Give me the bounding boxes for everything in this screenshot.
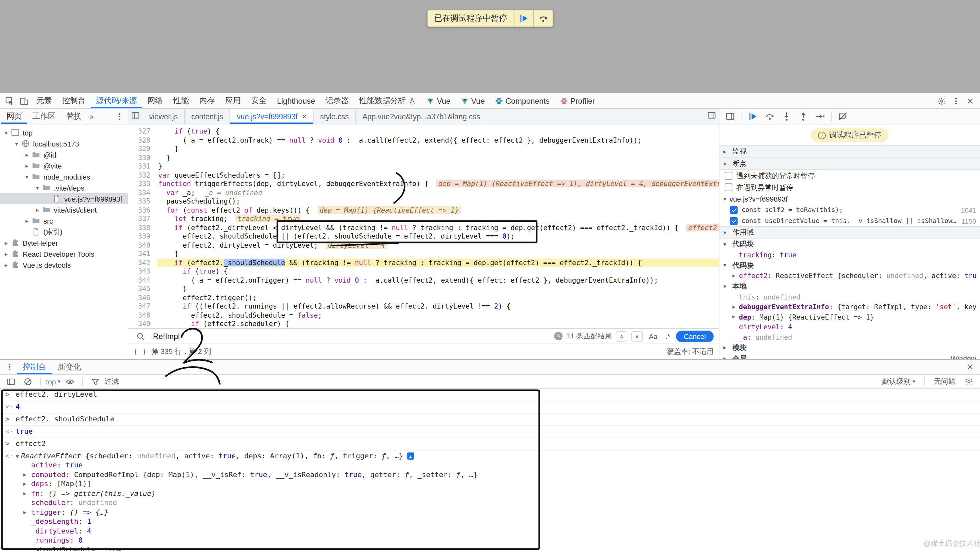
line-number[interactable]: 348 — [128, 311, 157, 320]
navigator-tab-workspace[interactable]: 工作区 — [27, 109, 61, 124]
dock-side-icon[interactable] — [722, 110, 738, 123]
chevron-down-icon[interactable]: ▾ — [23, 174, 30, 180]
step-into-icon[interactable] — [778, 110, 794, 123]
find-input[interactable] — [152, 331, 550, 341]
navigator-more-icon[interactable] — [112, 110, 126, 123]
line-number[interactable]: 332 — [128, 171, 157, 180]
close-devtools-icon[interactable] — [963, 94, 977, 107]
chevron-right-icon[interactable]: ▶ — [23, 480, 31, 489]
code-text[interactable]: if (true) { — [157, 127, 719, 136]
tree-item-1[interactable]: ▾localhost:5173 — [0, 138, 128, 149]
tab-console[interactable]: 控制台 — [17, 360, 52, 374]
devtools-tab-memory[interactable]: 内存 — [194, 93, 220, 108]
tree-item-5[interactable]: ▾.vite/deps — [0, 182, 128, 193]
file-tab-3[interactable]: style.css — [314, 109, 356, 124]
step-out-icon[interactable] — [795, 110, 811, 123]
chevron-down-icon[interactable]: ▾ — [34, 185, 41, 191]
devtools-tab-elements[interactable]: 元素 — [31, 93, 57, 108]
pause-on-caught-checkbox-row[interactable]: 在遇到异常时暂停 — [719, 182, 980, 193]
code-text[interactable]: if ((!effect2._runnings || effect2.allow… — [157, 302, 719, 311]
tree-item-6[interactable]: vue.js?v=f699893f — [0, 193, 128, 204]
checkbox-unchecked[interactable] — [725, 183, 732, 191]
chevron-right-icon[interactable]: ▸ — [3, 250, 10, 257]
tree-item-0[interactable]: ▾top — [0, 127, 128, 138]
line-number[interactable]: 333 — [128, 180, 157, 188]
chevron-right-icon[interactable]: ▸ — [23, 218, 30, 224]
code-text[interactable]: } — [157, 250, 719, 258]
code-text[interactable]: if (effect2.scheduler) { — [157, 320, 719, 328]
code-text[interactable]: effect2._dirtyLevel = dirtyLevel;dirtyLe… — [157, 241, 719, 250]
tree-item-2[interactable]: ▸@id — [0, 149, 128, 160]
object-preview[interactable]: ▼ReactiveEffect {scheduler: undefined, a… — [16, 452, 975, 461]
code-text[interactable]: effect2._shouldSchedule = false; — [157, 311, 719, 320]
devtools-tab-vue-1[interactable]: Vue — [421, 93, 456, 108]
object-property-1[interactable]: ▶computed: ComputedRefImpl {dep: Map(1),… — [23, 470, 975, 480]
code-text[interactable]: var _a;_a = undefined — [157, 188, 719, 197]
console-settings-icon[interactable] — [962, 375, 976, 388]
scope-variable-1-0[interactable]: ▶effect2: ReactiveEffect {scheduler: und… — [719, 271, 980, 281]
line-number[interactable]: 346 — [128, 293, 157, 302]
scope-group-3[interactable]: ▸模块 — [719, 342, 980, 353]
checkbox-checked[interactable] — [730, 217, 738, 225]
context-selector[interactable]: top▾ — [46, 377, 60, 385]
code-text[interactable]: if (effect2._dirtyLevel < dirtyLevel && … — [157, 223, 719, 232]
pause-on-uncaught-checkbox-row[interactable]: 遇到未捕获的异常时暂停 — [719, 170, 980, 182]
resume-script-button[interactable] — [514, 10, 533, 27]
step-over-icon[interactable] — [762, 110, 777, 123]
watch-section-header[interactable]: ▸ 监视 — [719, 145, 980, 158]
breakpoints-section-header[interactable]: ▾ 断点 — [719, 158, 980, 170]
chevron-right-icon[interactable]: ▸ — [23, 162, 30, 169]
scope-section-header[interactable]: ▾ 作用域 — [719, 226, 980, 239]
line-number[interactable]: 331 — [128, 162, 157, 171]
chevron-right-icon[interactable]: ▶ — [732, 314, 739, 320]
log-levels-dropdown[interactable]: 默认级别▾ — [882, 377, 915, 386]
pretty-print-icon[interactable]: { } — [134, 347, 146, 356]
file-tab-0[interactable]: viewer.js — [143, 109, 185, 124]
devtools-tab-network[interactable]: 网络 — [142, 93, 168, 108]
navigator-tab-page[interactable]: 网页 — [1, 109, 27, 124]
scope-group-0[interactable]: ▾代码块 — [719, 239, 980, 250]
drawer-menu-icon[interactable] — [3, 360, 17, 373]
match-case-toggle[interactable]: Aa — [647, 332, 660, 340]
devtools-tab-components[interactable]: Components — [490, 93, 555, 108]
code-text[interactable]: } — [157, 285, 719, 293]
info-icon[interactable]: i — [407, 452, 414, 460]
toggle-debugger-sidebar-icon[interactable] — [705, 109, 719, 122]
code-text[interactable]: (_a = effect2.onTrack) == null ? void 0 … — [157, 136, 719, 145]
code-text[interactable]: for (const effect2 of dep.keys()) {dep =… — [157, 206, 719, 215]
devtools-tab-console[interactable]: 控制台 — [57, 93, 91, 108]
line-number[interactable]: 343 — [128, 267, 157, 276]
tree-item-12[interactable]: ▸Vue.js devtools — [0, 259, 128, 270]
chevron-right-icon[interactable]: ▸ — [3, 261, 10, 268]
checkbox-checked[interactable] — [730, 206, 738, 213]
close-tab-icon[interactable]: × — [302, 112, 307, 121]
chevron-down-icon[interactable]: ▾ — [3, 129, 10, 136]
tree-item-3[interactable]: ▸@vite — [0, 160, 128, 171]
devtools-tab-recorder[interactable]: 记录器 — [320, 93, 354, 108]
code-text[interactable]: } — [157, 145, 719, 153]
line-number[interactable]: 336 — [128, 206, 157, 215]
live-expression-eye-icon[interactable] — [63, 375, 78, 388]
regex-toggle[interactable]: .* — [663, 332, 672, 340]
chevron-right-icon[interactable]: ▶ — [23, 489, 31, 498]
resume-button[interactable] — [745, 110, 760, 123]
chevron-right-icon[interactable]: ▸ — [23, 151, 30, 158]
step-over-button[interactable] — [533, 10, 552, 27]
line-number[interactable]: 345 — [128, 285, 157, 293]
console-sidebar-icon[interactable] — [4, 375, 18, 388]
breakpoint-entry-0[interactable]: const self2 = toRaw(this);1041 — [719, 204, 980, 215]
tab-whats-new[interactable]: 新变化 — [52, 360, 87, 374]
inspect-element-icon[interactable] — [3, 94, 17, 107]
navigator-overflow-chevron[interactable]: » — [87, 109, 96, 124]
object-property-3[interactable]: ▶fn: () => getter(this._value) — [23, 489, 975, 498]
tree-item-4[interactable]: ▾node_modules — [0, 171, 128, 182]
navigator-tab-overrides[interactable]: 替换 — [61, 109, 87, 124]
breakpoint-file-group[interactable]: ▾vue.js?v=f699893f — [719, 193, 980, 204]
expand-triangle-icon[interactable]: ▼ — [16, 453, 19, 460]
code-text[interactable]: var queueEffectSchedulers = []; — [157, 171, 719, 180]
code-text[interactable]: } — [157, 162, 719, 171]
code-text[interactable]: function triggerEffects(dep, dirtyLevel,… — [157, 180, 719, 188]
tree-item-9[interactable]: (索引) — [0, 226, 128, 237]
search-cancel-button[interactable]: Cancel — [676, 330, 714, 342]
chevron-right-icon[interactable]: ▶ — [23, 471, 31, 480]
